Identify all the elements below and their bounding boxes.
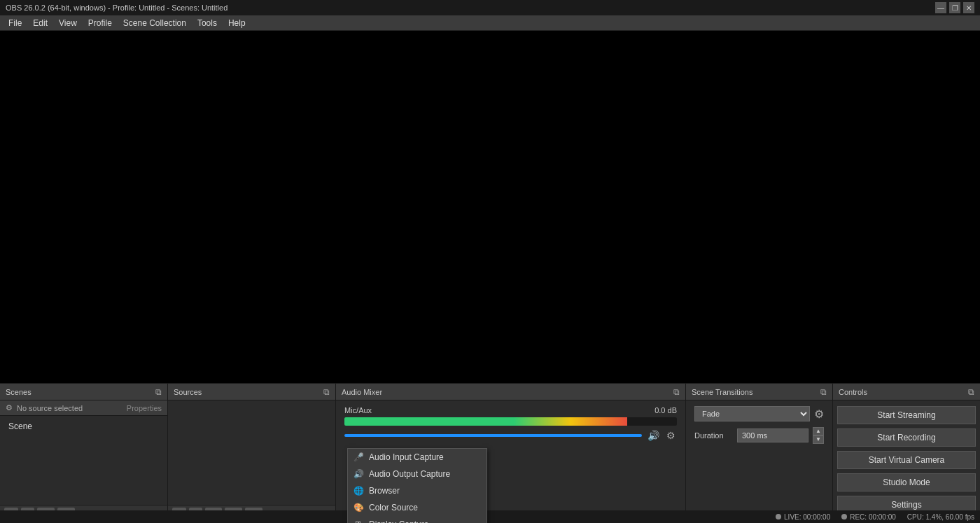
duration-row: Duration ▲ ▼: [689, 424, 830, 447]
status-rec: REC: 00:00:00: [841, 513, 896, 521]
gear-icon[interactable]: ⚙: [6, 403, 13, 412]
audio-meter: [344, 417, 677, 426]
menu-item-edit[interactable]: Edit: [27, 17, 53, 29]
source-menu-label: Display Capture: [369, 519, 428, 523]
scenes-list: Scene: [0, 416, 167, 505]
duration-label: Duration: [694, 431, 733, 440]
menu-item-view[interactable]: View: [53, 17, 83, 29]
scene-item[interactable]: Scene: [3, 419, 164, 434]
source-menu-label: Audio Output Capture: [369, 469, 450, 479]
menu-item-help[interactable]: Help: [223, 17, 251, 29]
audio-expand-icon[interactable]: ⧉: [673, 387, 680, 397]
scenes-panel-icons: ⧉: [155, 387, 162, 397]
sources-panel-header: Sources ⧉: [168, 384, 335, 400]
transitions-content: Fade ⚙ Duration ▲ ▼: [686, 400, 832, 523]
audio-channel-mic: Mic/Aux 0.0 dB 🔊 ⚙: [339, 403, 682, 445]
statusbar: LIVE: 00:00:00 REC: 00:00:00 CPU: 1.4%, …: [0, 510, 980, 523]
main-layout: Scenes ⧉ ⚙ No source selected Properties…: [0, 31, 980, 523]
source-menu-item-audio-input-capture[interactable]: 🎤Audio Input Capture: [348, 449, 486, 466]
properties-label: Properties: [127, 404, 162, 412]
live-text: LIVE: 00:00:00: [784, 513, 830, 521]
preview-area: Scenes ⧉ ⚙ No source selected Properties…: [0, 31, 980, 523]
controls-title: Controls: [839, 388, 867, 396]
live-dot: [776, 514, 781, 519]
start-streaming-button[interactable]: Start Streaming: [837, 406, 976, 424]
controls-header: Controls ⧉: [833, 384, 980, 400]
source-menu-label: Browser: [369, 486, 400, 496]
studio-mode-button[interactable]: Studio Mode: [837, 473, 976, 491]
transitions-expand-icon[interactable]: ⧉: [820, 387, 827, 397]
source-menu-label: Audio Input Capture: [369, 452, 444, 462]
audio-settings-button[interactable]: ⚙: [665, 428, 677, 442]
duration-down-button[interactable]: ▼: [813, 435, 824, 444]
audio-meter-bar: [344, 417, 627, 426]
duration-spin: ▲ ▼: [813, 427, 824, 444]
transitions-title: Scene Transitions: [692, 388, 752, 396]
menu-item-scene-collection[interactable]: Scene Collection: [118, 17, 192, 29]
source-type-menu: 🎤Audio Input Capture🔊Audio Output Captur…: [347, 448, 487, 523]
minimize-button[interactable]: —: [935, 2, 946, 13]
status-cpu: CPU: 1.4%, 60.00 fps: [907, 513, 974, 521]
source-menu-item-display-capture[interactable]: 🖥Display Capture: [348, 516, 486, 523]
rec-dot: [841, 514, 847, 519]
controls-content: Start Streaming Start Recording Start Vi…: [833, 400, 980, 523]
transition-settings-button[interactable]: ⚙: [814, 407, 824, 421]
titlebar-title: OBS 26.0.2 (64-bit, windows) - Profile: …: [6, 4, 227, 12]
transitions-panel-icons: ⧉: [820, 387, 827, 397]
controls-expand-icon[interactable]: ⧉: [968, 387, 974, 397]
audio-mixer-header: Audio Mixer ⧉: [336, 384, 685, 400]
menu-item-tools[interactable]: Tools: [192, 17, 223, 29]
cpu-text: CPU: 1.4%, 60.00 fps: [907, 513, 974, 521]
start-virtual-camera-button[interactable]: Start Virtual Camera: [837, 451, 976, 469]
close-button[interactable]: ✕: [963, 2, 974, 13]
sources-panel-icons: ⧉: [323, 387, 330, 397]
audio-panel-icons: ⧉: [673, 387, 680, 397]
maximize-button[interactable]: ❐: [949, 2, 960, 13]
duration-input[interactable]: [737, 428, 808, 442]
status-live: LIVE: 00:00:00: [776, 513, 830, 521]
scene-transitions-panel: Scene Transitions ⧉ Fade ⚙ Duration: [686, 384, 833, 523]
transitions-header: Scene Transitions ⧉: [686, 384, 832, 400]
controls-panel: Controls ⧉ Start Streaming Start Recordi…: [833, 384, 980, 523]
source-menu-icon: 🎨: [354, 503, 364, 512]
bottom-section: Scenes ⧉ ⚙ No source selected Properties…: [0, 383, 980, 523]
volume-slider[interactable]: [344, 434, 642, 437]
no-source-label: No source selected: [17, 404, 83, 412]
menu-item-file[interactable]: File: [3, 17, 27, 29]
preview-canvas: [7, 38, 973, 376]
sources-panel-title: Sources: [174, 388, 202, 396]
controls-panel-icons: ⧉: [968, 387, 974, 397]
source-menu-item-browser[interactable]: 🌐Browser: [348, 482, 486, 499]
titlebar-controls: — ❐ ✕: [935, 2, 974, 13]
audio-mixer-title: Audio Mixer: [342, 388, 382, 396]
menu-item-profile[interactable]: Profile: [83, 17, 118, 29]
scenes-panel-header: Scenes ⧉: [0, 384, 167, 400]
mute-button[interactable]: 🔊: [646, 428, 661, 442]
transition-select[interactable]: Fade: [694, 406, 810, 421]
menubar: FileEditViewProfileScene CollectionTools…: [0, 15, 980, 31]
source-menu-item-color-source[interactable]: 🎨Color Source: [348, 499, 486, 516]
audio-db-value: 0.0 dB: [654, 406, 677, 414]
audio-channel-header: Mic/Aux 0.0 dB: [344, 406, 677, 414]
no-source-bar: ⚙ No source selected Properties: [0, 400, 167, 416]
transition-row: Fade ⚙: [689, 403, 830, 424]
sources-panel: Sources ⧉ + − ⚙ ▲ ▼ 🎤Audio Input Capture…: [168, 384, 336, 523]
audio-controls: 🔊 ⚙: [344, 428, 677, 442]
start-recording-button[interactable]: Start Recording: [837, 428, 976, 447]
sources-expand-icon[interactable]: ⧉: [323, 387, 330, 397]
audio-channel-name: Mic/Aux: [344, 406, 372, 414]
scenes-panel-title: Scenes: [6, 388, 31, 396]
rec-text: REC: 00:00:00: [850, 513, 896, 521]
source-menu-icon: 🌐: [354, 486, 364, 496]
duration-up-button[interactable]: ▲: [813, 427, 824, 435]
scenes-panel: Scenes ⧉ ⚙ No source selected Properties…: [0, 384, 168, 523]
titlebar: OBS 26.0.2 (64-bit, windows) - Profile: …: [0, 0, 980, 15]
scenes-expand-icon[interactable]: ⧉: [155, 387, 162, 397]
source-menu-label: Color Source: [369, 503, 418, 512]
source-menu-icon: 🎤: [354, 452, 364, 462]
source-menu-item-audio-output-capture[interactable]: 🔊Audio Output Capture: [348, 466, 486, 482]
source-menu-icon: 🔊: [354, 469, 364, 479]
source-menu-icon: 🖥: [354, 519, 362, 523]
sources-list: [168, 400, 335, 505]
